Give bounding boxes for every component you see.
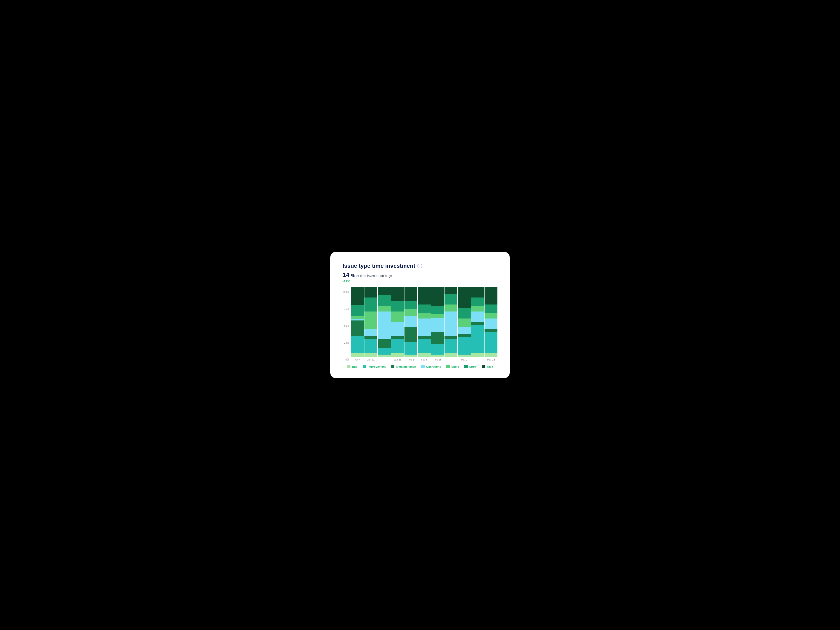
seg-task	[404, 287, 417, 301]
x-label: Jan 11	[365, 358, 377, 361]
seg-bug	[418, 353, 431, 357]
seg-story	[445, 294, 458, 305]
seg-story	[485, 305, 497, 313]
legend-label-task: Task	[487, 365, 493, 368]
seg-it_maintenance	[351, 321, 364, 336]
seg-improvement	[378, 348, 391, 355]
legend-label-story: Story	[469, 365, 477, 368]
legend-label-improvement: Improvement	[368, 365, 386, 368]
x-label: Mar 14	[485, 358, 497, 361]
seg-bug	[351, 353, 364, 357]
legend-item-it_maintenance: It maintenance	[391, 365, 416, 368]
seg-task	[458, 287, 471, 308]
seg-bug	[471, 353, 484, 357]
legend-swatch-task	[482, 365, 485, 368]
seg-story	[418, 305, 431, 313]
x-label: Mar 1	[458, 358, 471, 361]
seg-operations	[404, 316, 417, 327]
x-label	[471, 358, 484, 361]
seg-task	[471, 287, 484, 297]
bar-col	[458, 287, 471, 357]
seg-improvement	[351, 336, 364, 353]
legend-item-bug: Bug	[347, 365, 357, 368]
bars-and-xaxis: Jan 4Jan 11Jan 25Feb 1Feb 8Feb 15Mar 1Ma…	[351, 287, 497, 361]
info-icon[interactable]: i	[417, 264, 422, 268]
stat-row: 14 % of time invested on bugs	[343, 272, 497, 278]
legend-item-story: Story	[464, 365, 477, 368]
seg-story	[471, 297, 484, 306]
seg-bug	[485, 353, 497, 357]
bar-stack	[485, 287, 497, 357]
seg-operations	[445, 311, 458, 336]
seg-spike	[391, 311, 404, 322]
seg-story	[458, 308, 471, 319]
seg-improvement	[391, 339, 404, 353]
seg-it_maintenance	[431, 332, 444, 344]
bar-col	[485, 287, 497, 357]
seg-it_maintenance	[378, 339, 391, 347]
seg-bug	[404, 355, 417, 357]
seg-task	[378, 287, 391, 295]
stat-desc: of time invested on bugs	[356, 274, 392, 278]
bar-col	[431, 287, 444, 357]
seg-story	[404, 301, 417, 309]
seg-spike	[458, 319, 471, 327]
seg-improvement	[431, 344, 444, 355]
bar-stack	[458, 287, 471, 357]
seg-operations	[471, 311, 484, 322]
bar-stack	[391, 287, 404, 357]
seg-bug	[365, 353, 377, 357]
seg-story	[431, 306, 444, 314]
seg-operations	[418, 319, 431, 336]
seg-it_maintenance	[418, 336, 431, 339]
chart-area: 100% 75% 50% 25% 0%	[343, 287, 497, 361]
x-label: Jan 4	[351, 358, 364, 361]
seg-task	[391, 287, 404, 301]
bar-col	[391, 287, 404, 357]
bar-col	[418, 287, 431, 357]
seg-story	[351, 305, 364, 316]
seg-improvement	[485, 332, 497, 353]
seg-bug	[445, 353, 458, 357]
seg-task	[365, 287, 377, 297]
seg-bug	[431, 355, 444, 357]
legend-item-spike: Spike	[446, 365, 459, 368]
bar-stack	[365, 287, 377, 357]
seg-it_maintenance	[365, 336, 377, 339]
seg-story	[365, 297, 377, 311]
seg-task	[431, 287, 444, 306]
x-axis: Jan 4Jan 11Jan 25Feb 1Feb 8Feb 15Mar 1Ma…	[351, 358, 497, 361]
seg-bug	[378, 355, 391, 357]
y-label-25: 25%	[343, 341, 349, 344]
seg-spike	[378, 306, 391, 311]
seg-improvement	[365, 339, 377, 353]
seg-operations	[365, 329, 377, 336]
seg-it_maintenance	[471, 322, 484, 325]
bar-stack	[471, 287, 484, 357]
seg-it_maintenance	[485, 329, 497, 332]
bar-col	[365, 287, 377, 357]
legend-swatch-it_maintenance	[391, 365, 395, 368]
bar-stack	[404, 287, 417, 357]
y-label-75: 75%	[343, 308, 349, 310]
card-title-text: Issue type time investment	[343, 262, 415, 269]
bars-wrapper	[351, 287, 497, 357]
bar-col	[378, 287, 391, 357]
legend-swatch-spike	[446, 365, 450, 368]
seg-task	[418, 287, 431, 305]
seg-bug	[458, 355, 471, 357]
seg-spike	[418, 313, 431, 319]
stat-percent-sign: %	[351, 273, 355, 278]
stat-change: -12%	[343, 279, 497, 283]
seg-spike	[365, 311, 377, 329]
legend-label-it_maintenance: It maintenance	[396, 365, 416, 368]
seg-improvement	[471, 325, 484, 353]
y-label-0: 0%	[343, 358, 349, 361]
legend-swatch-bug	[347, 365, 351, 368]
seg-task	[485, 287, 497, 305]
seg-bug	[391, 353, 404, 357]
seg-improvement	[445, 339, 458, 353]
seg-it_maintenance	[458, 334, 471, 337]
seg-improvement	[418, 339, 431, 353]
legend-label-operations: Operations	[426, 365, 441, 368]
